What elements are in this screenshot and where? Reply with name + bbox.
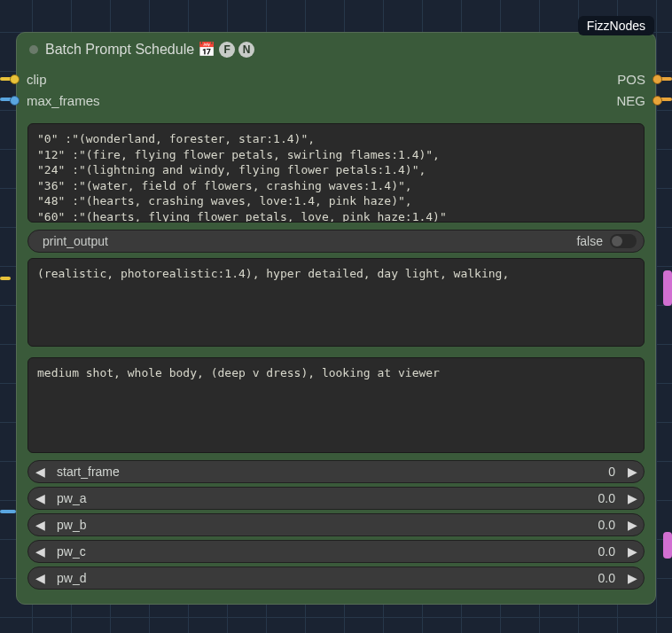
field-value[interactable]: 0.0	[598, 571, 619, 585]
node-title: Batch Prompt Schedule 📅 F N	[45, 42, 254, 58]
calendar-icon: 📅	[198, 43, 215, 57]
field-value[interactable]: 0.0	[598, 491, 619, 505]
wire-bg-left-3	[0, 277, 11, 280]
field-label: pw_b	[53, 518, 86, 532]
field-label: pw_a	[53, 491, 86, 505]
toggle-switch[interactable]	[610, 234, 637, 248]
start-frame-field[interactable]: ◀ start_frame 0 ▶	[27, 460, 645, 483]
wire-bg-left-2	[0, 510, 16, 513]
field-value[interactable]: 0.0	[598, 518, 619, 532]
print-output-label: print_output	[43, 234, 108, 248]
port-label: POS	[617, 72, 645, 87]
pw-d-field[interactable]: ◀ pw_d 0.0 ▶	[27, 567, 645, 590]
wire-bg-right-1	[663, 270, 672, 306]
negative-prompt-textarea[interactable]: medium shot, whole body, (deep v dress),…	[27, 357, 645, 453]
batch-prompt-schedule-node[interactable]: Batch Prompt Schedule 📅 F N clip POS max…	[16, 32, 656, 605]
badge-f-icon: F	[219, 42, 235, 58]
input-port-clip[interactable]: clip	[29, 72, 47, 87]
decrement-icon[interactable]: ◀	[32, 571, 48, 585]
field-label: pw_c	[53, 544, 86, 559]
socket-clip[interactable]	[10, 74, 20, 84]
socket-max-frames[interactable]	[10, 96, 20, 106]
wire-bg-right-2	[663, 532, 672, 559]
pw-a-field[interactable]: ◀ pw_a 0.0 ▶	[27, 487, 645, 510]
increment-icon[interactable]: ▶	[624, 571, 640, 585]
badge-n-icon: N	[238, 42, 254, 58]
pw-c-field[interactable]: ◀ pw_c 0.0 ▶	[27, 540, 645, 563]
node-header[interactable]: Batch Prompt Schedule 📅 F N	[17, 33, 655, 65]
ports-section: clip POS max_frames NEG	[17, 65, 655, 120]
increment-icon[interactable]: ▶	[624, 491, 640, 505]
node-title-text: Batch Prompt Schedule	[45, 42, 194, 58]
node-category-tag: FizzNodes	[578, 16, 654, 35]
decrement-icon[interactable]: ◀	[32, 544, 48, 559]
print-output-toggle[interactable]: print_output false	[27, 230, 645, 253]
input-port-max-frames[interactable]: max_frames	[29, 93, 100, 108]
field-label: start_frame	[53, 465, 120, 479]
field-value[interactable]: 0.0	[598, 544, 619, 559]
schedule-textarea[interactable]: "0" :"(wonderland, forester, star:1.4)",…	[27, 123, 645, 223]
decrement-icon[interactable]: ◀	[32, 518, 48, 532]
port-label: clip	[27, 72, 47, 87]
increment-icon[interactable]: ▶	[624, 518, 640, 532]
decrement-icon[interactable]: ◀	[32, 491, 48, 505]
output-port-pos[interactable]: POS	[617, 72, 643, 87]
socket-pos[interactable]	[652, 74, 662, 84]
decrement-icon[interactable]: ◀	[32, 465, 48, 479]
port-label: max_frames	[27, 93, 100, 108]
port-label: NEG	[616, 93, 645, 108]
node-collapse-dot[interactable]	[29, 45, 38, 54]
increment-icon[interactable]: ▶	[624, 465, 640, 479]
pw-b-field[interactable]: ◀ pw_b 0.0 ▶	[27, 513, 645, 536]
field-value[interactable]: 0	[608, 465, 619, 479]
increment-icon[interactable]: ▶	[624, 544, 640, 559]
field-label: pw_d	[53, 571, 86, 585]
print-output-value: false	[576, 234, 603, 248]
positive-prompt-textarea[interactable]: (realistic, photorealistic:1.4), hyper d…	[27, 258, 645, 347]
socket-neg[interactable]	[652, 96, 662, 106]
output-port-neg[interactable]: NEG	[616, 93, 643, 108]
